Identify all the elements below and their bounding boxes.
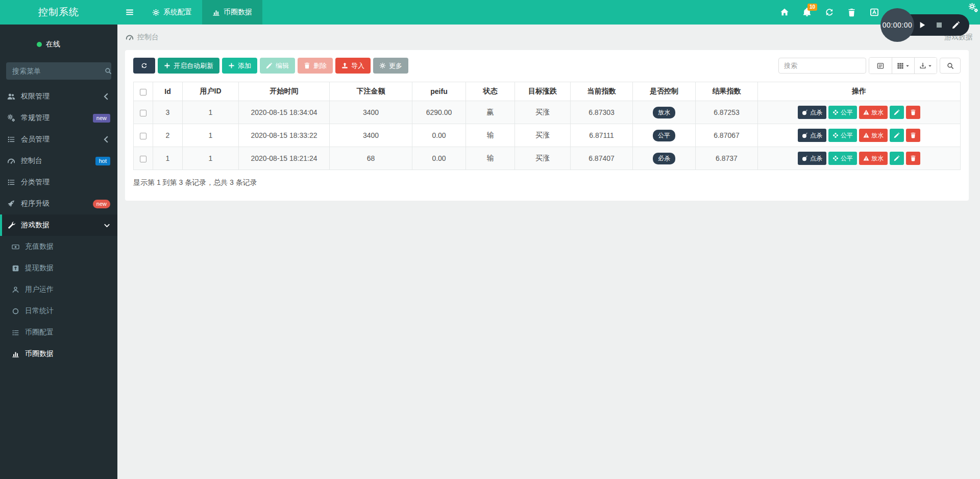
- online-status-label: 在线: [46, 40, 60, 49]
- refresh-table-button[interactable]: [133, 58, 155, 74]
- detail-view-button[interactable]: [869, 58, 892, 74]
- table-row: 2 1 2020-08-15 18:33:22 3400 0.00 输 买涨 6…: [134, 124, 961, 147]
- timer-display[interactable]: 00:00:00: [880, 8, 914, 42]
- sidebar-item-console[interactable]: 控制台 hot: [0, 150, 117, 172]
- cell-result-index: 6.8737: [696, 147, 758, 170]
- kill-label: 点杀: [810, 131, 822, 140]
- trash-icon: [910, 109, 916, 115]
- sidebar-item-categories[interactable]: 分类管理: [0, 172, 117, 193]
- chevron-left-icon: [102, 92, 110, 101]
- notifications-button[interactable]: 10: [802, 8, 812, 17]
- fair-button[interactable]: 公平: [828, 106, 857, 119]
- edit-row-button[interactable]: [890, 106, 904, 119]
- sidebar-toggle-button[interactable]: [117, 0, 142, 25]
- play-button[interactable]: [918, 21, 926, 29]
- bomb-icon: [802, 155, 808, 161]
- sidebar-item-game-data[interactable]: 游戏数据: [0, 214, 117, 236]
- col-status: 状态: [466, 82, 515, 101]
- tab-coin-data[interactable]: 币圈数据: [202, 0, 262, 25]
- edit-record-button[interactable]: [952, 21, 960, 29]
- row-checkbox[interactable]: [140, 156, 146, 162]
- sidebar-search-input[interactable]: [12, 67, 105, 75]
- table-search-input[interactable]: [778, 58, 866, 74]
- plus-icon: [228, 62, 235, 69]
- settings-button[interactable]: [968, 3, 978, 13]
- language-button[interactable]: [870, 8, 879, 17]
- home-button[interactable]: [780, 8, 789, 17]
- refresh-icon: [141, 62, 148, 69]
- sidebar-search: [6, 62, 111, 80]
- more-button[interactable]: 更多: [373, 58, 408, 74]
- warning-icon: [863, 132, 869, 138]
- cell-peifu: 0.00: [412, 124, 466, 147]
- sidebar-subitem-user-operation[interactable]: 用户运作: [0, 279, 117, 300]
- release-button[interactable]: 放水: [859, 129, 888, 142]
- delete-row-button[interactable]: [906, 106, 920, 119]
- sidebar-item-label: 游戏数据: [21, 221, 50, 230]
- bar-chart-icon: [12, 350, 19, 358]
- sidebar-subitem-recharge-data[interactable]: 充值数据: [0, 236, 117, 257]
- delete-button[interactable]: 删除: [298, 58, 333, 74]
- grid-icon: [897, 62, 904, 69]
- tab-system-config[interactable]: 系统配置: [142, 0, 202, 25]
- delete-row-button[interactable]: [906, 129, 920, 142]
- sidebar-item-upgrade[interactable]: 程序升级 new: [0, 193, 117, 214]
- table-card: 开启自动刷新 添加 编辑 删除 导入 更多: [125, 50, 969, 201]
- edit-button[interactable]: 编辑: [260, 58, 295, 74]
- online-dot-icon: [37, 42, 42, 47]
- release-button[interactable]: 放水: [859, 152, 888, 165]
- search-button[interactable]: [940, 58, 961, 74]
- edit-row-button[interactable]: [890, 152, 904, 165]
- add-button[interactable]: 添加: [222, 58, 257, 74]
- sidebar-item-permissions[interactable]: 权限管理: [0, 86, 117, 107]
- pencil-icon: [894, 109, 900, 115]
- row-checkbox[interactable]: [140, 110, 146, 116]
- fair-button[interactable]: 公平: [828, 129, 857, 142]
- columns-button[interactable]: [892, 58, 914, 74]
- sidebar-subitem-coin-data[interactable]: 币圈数据: [0, 343, 117, 365]
- clear-cache-button[interactable]: [847, 8, 856, 17]
- sidebar-item-members[interactable]: 会员管理: [0, 129, 117, 150]
- sidebar-item-label: 分类管理: [21, 178, 50, 187]
- stop-button[interactable]: [935, 21, 943, 29]
- users-icon: [7, 92, 15, 101]
- select-all-cell: [134, 82, 153, 101]
- money-icon: [12, 243, 19, 251]
- gear-icon: [152, 9, 160, 16]
- fair-button[interactable]: 公平: [828, 152, 857, 165]
- fan-icon: [832, 109, 839, 115]
- warning-icon: [863, 109, 869, 115]
- delete-row-button[interactable]: [906, 152, 920, 165]
- cell-peifu: 6290.00: [412, 101, 466, 124]
- release-label: 放水: [871, 131, 884, 140]
- chevron-down-icon: [104, 222, 110, 229]
- import-button[interactable]: 导入: [335, 58, 371, 74]
- refresh-button[interactable]: [825, 8, 834, 17]
- edit-row-button[interactable]: [890, 129, 904, 142]
- kill-button[interactable]: 点杀: [798, 106, 826, 119]
- cell-id: 2: [153, 124, 183, 147]
- sidebar-subitem-withdraw-data[interactable]: 提现数据: [0, 257, 117, 279]
- breadcrumb-title: 控制台: [137, 33, 159, 42]
- list-icon: [7, 135, 15, 143]
- row-checkbox[interactable]: [140, 133, 146, 139]
- user-icon: [12, 286, 19, 294]
- auto-refresh-button[interactable]: 开启自动刷新: [158, 58, 219, 74]
- bomb-icon: [802, 109, 808, 115]
- breadcrumb: 控制台 游戏数据: [117, 25, 980, 50]
- more-label: 更多: [389, 61, 402, 70]
- sidebar-subitem-daily-stats[interactable]: 日常统计: [0, 300, 117, 322]
- export-button[interactable]: [914, 58, 937, 74]
- cell-target: 买涨: [515, 101, 571, 124]
- release-button[interactable]: 放水: [859, 106, 888, 119]
- cell-result-index: 6.87253: [696, 101, 758, 124]
- sidebar-item-general[interactable]: 常规管理 new: [0, 107, 117, 129]
- select-all-checkbox[interactable]: [140, 89, 146, 95]
- kill-button[interactable]: 点杀: [798, 129, 826, 142]
- cell-current-index: 6.87407: [571, 147, 633, 170]
- cell-bet: 3400: [330, 124, 412, 147]
- pencil-icon: [894, 155, 900, 161]
- sidebar-item-label: 权限管理: [21, 92, 50, 101]
- kill-button[interactable]: 点杀: [798, 152, 826, 165]
- sidebar-subitem-coin-config[interactable]: 币圈配置: [0, 322, 117, 343]
